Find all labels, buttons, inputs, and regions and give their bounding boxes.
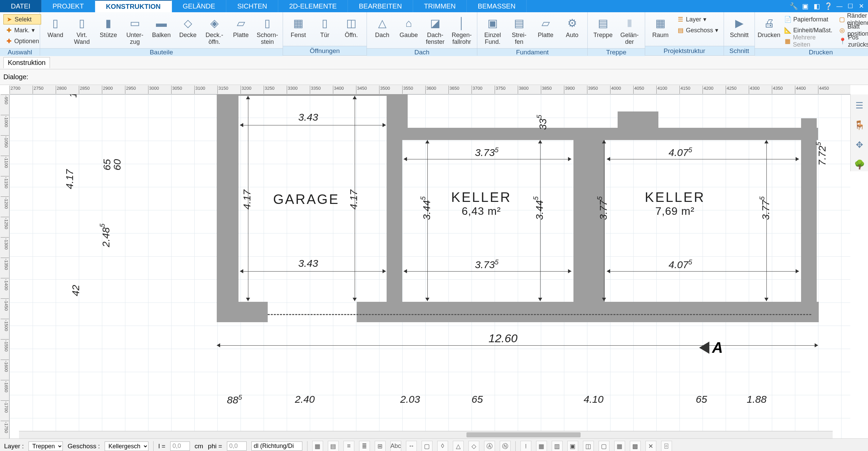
opt-icon[interactable]: ◇ xyxy=(468,441,479,451)
tool-treppe[interactable]: ▤Treppe xyxy=(590,14,616,40)
mark-button[interactable]: ✚Mark. ▾ xyxy=(3,25,41,35)
dim-240: 2.40 xyxy=(295,394,315,405)
menu-tab-trimmen[interactable]: TRIMMEN xyxy=(413,0,467,12)
opt-icon[interactable]: ▣ xyxy=(567,441,578,451)
mehrere-seiten-button[interactable]: ▦Mehrere Seiten xyxy=(782,36,834,46)
opt-icon[interactable]: ✕ xyxy=(645,441,656,451)
tool-icon: ⚙ xyxy=(564,15,580,31)
menu-tab-sichten[interactable]: SICHTEN xyxy=(226,0,278,12)
opt-icon[interactable]: ◊ xyxy=(437,441,448,451)
tool-icon: ⫴ xyxy=(621,15,638,31)
l-input[interactable] xyxy=(170,441,190,451)
tool-icon[interactable]: ▣ xyxy=(800,1,810,11)
drawing-canvas[interactable]: GARAGE KELLER 6,43 m² KELLER 7,69 m² 3.4… xyxy=(10,94,850,438)
opt-icon[interactable]: ▤ xyxy=(328,441,339,451)
opt-icon[interactable]: ⌻ xyxy=(661,441,672,451)
floor-plan: GARAGE KELLER 6,43 m² KELLER 7,69 m² 3.4… xyxy=(33,94,835,428)
tool-platte[interactable]: ▱Platte xyxy=(532,14,559,40)
opt-icon[interactable]: ▦ xyxy=(536,441,547,451)
phi-input[interactable] xyxy=(227,441,247,451)
tool-sttze[interactable]: ▮Stütze xyxy=(95,14,122,40)
tool-balken[interactable]: ▬Balken xyxy=(148,14,175,40)
selekt-button[interactable]: ➤Selekt xyxy=(3,14,41,24)
triangle-icon xyxy=(699,342,709,354)
tool-dachfenster[interactable]: ◪Dach- fenster xyxy=(422,14,448,47)
tool-regenfallrohr[interactable]: │Regen- fallrohr xyxy=(448,14,475,47)
side-tree-icon[interactable]: 🌳 xyxy=(853,158,866,171)
tool-unterzug[interactable]: ▭Unter- zug xyxy=(122,14,148,47)
opt-icon[interactable]: ≡ xyxy=(343,441,354,451)
dim-line xyxy=(766,140,767,301)
opt-icon[interactable]: ▩ xyxy=(630,441,641,451)
tool-icon[interactable]: ◧ xyxy=(812,1,822,11)
tool-platte[interactable]: ▱Platte xyxy=(228,14,254,40)
dim-410: 4.10 xyxy=(584,394,603,405)
opt-icon[interactable]: ▦ xyxy=(614,441,625,451)
opt-icon[interactable]: ⊞ xyxy=(375,441,386,451)
tool-auto[interactable]: ⚙Auto xyxy=(559,14,585,40)
ruler-horizontal[interactable]: 2700275028002850290029503000305031003150… xyxy=(10,85,850,94)
menu-tab-gelaende[interactable]: GELÄNDE xyxy=(172,0,227,12)
ruler-vertical[interactable]: -950-1000-1050-1100-1150-1200-1250-1300-… xyxy=(0,94,10,438)
menu-tab-bemassen[interactable]: BEMASSEN xyxy=(467,0,527,12)
schnitt-button[interactable]: ▶Schnitt xyxy=(726,14,752,40)
optionen-button[interactable]: ✚Optionen xyxy=(3,36,41,46)
tool-decke[interactable]: ◇Decke xyxy=(175,14,201,40)
help-icon[interactable]: ❔ xyxy=(823,1,833,11)
geschoss-label: Geschoss : xyxy=(68,443,100,450)
opt-icon[interactable]: ⁞ xyxy=(520,441,531,451)
tool-tr[interactable]: ▯Tür xyxy=(312,14,338,40)
layer-dropdown[interactable]: ☰Layer ▾ xyxy=(675,14,720,24)
dim-line xyxy=(607,271,799,272)
menu-tab-projekt[interactable]: PROJEKT xyxy=(41,0,95,12)
tool-icon[interactable]: 🔧 xyxy=(789,1,799,11)
tool-icon: ▮ xyxy=(100,15,117,31)
opt-icon[interactable]: Ⓐ xyxy=(484,441,495,451)
opt-icon[interactable]: ▦ xyxy=(312,441,323,451)
menu-tab-bearbeiten[interactable]: BEARBEITEN xyxy=(348,0,413,12)
menu-tab-konstruktion[interactable]: KONSTRUKTION xyxy=(95,0,172,12)
minimize-button[interactable]: — xyxy=(835,1,844,11)
side-nav-icon[interactable]: ✥ xyxy=(853,138,866,152)
dim-line xyxy=(540,140,541,301)
horizontal-scrollbar[interactable] xyxy=(19,431,833,438)
side-layers-icon[interactable]: ☰ xyxy=(853,99,866,112)
tool-virtwand[interactable]: ▯Virt. Wand xyxy=(69,14,95,47)
tool-wand[interactable]: ▯Wand xyxy=(42,14,69,40)
opt-icon[interactable]: △ xyxy=(453,441,464,451)
opt-icon[interactable]: ▢ xyxy=(599,441,609,451)
opt-icon[interactable]: ≣ xyxy=(359,441,370,451)
opt-icon[interactable]: ▥ xyxy=(552,441,563,451)
target-icon: ◎ xyxy=(839,27,845,34)
opt-icon[interactable]: Abc xyxy=(390,441,401,451)
pos-button[interactable]: 📍Pos zurücksetz. xyxy=(837,36,868,46)
opt-icon[interactable]: Ⓝ xyxy=(500,441,511,451)
opt-icon[interactable]: ↔ xyxy=(406,441,417,451)
menu-tab-2delemente[interactable]: 2D-ELEMENTE xyxy=(278,0,348,12)
papierformat-button[interactable]: 📄Papierformat xyxy=(782,14,834,24)
drucken-button[interactable]: 🖨Drucken xyxy=(757,14,781,40)
geschoss-dropdown[interactable]: ▤Geschoss ▾ xyxy=(675,25,720,35)
tool-deckffn[interactable]: ◈Deck.- öffn. xyxy=(201,14,228,47)
layer-select[interactable]: Treppen xyxy=(29,441,63,451)
side-chair-icon[interactable]: 🪑 xyxy=(853,118,866,132)
subtab-konstruktion[interactable]: Konstruktion xyxy=(3,57,50,68)
tool-dach[interactable]: △Dach xyxy=(369,14,395,40)
tool-ffn[interactable]: ◫Öffn. xyxy=(338,14,365,40)
tool-einzelfund[interactable]: ▣Einzel Fund. xyxy=(479,14,506,47)
tool-gelnder[interactable]: ⫴Gelän- der xyxy=(616,14,643,47)
dim-3445-r: 3.445 xyxy=(532,196,545,220)
raum-button[interactable]: ▦Raum xyxy=(647,14,674,40)
close-button[interactable]: ✕ xyxy=(856,1,866,11)
tool-gaube[interactable]: ⌂Gaube xyxy=(395,14,422,40)
tool-schornstein[interactable]: ▯Schorn- stein xyxy=(254,14,281,47)
tool-streifen[interactable]: ▤Strei- fen xyxy=(506,14,532,47)
opt-icon[interactable]: ◫ xyxy=(583,441,594,451)
opt-icon[interactable]: ▢ xyxy=(422,441,432,451)
tool-fenst[interactable]: ▦Fenst xyxy=(285,14,312,40)
maximize-button[interactable]: ☐ xyxy=(846,1,855,11)
menu-file[interactable]: DATEI xyxy=(0,0,41,12)
dir-input[interactable] xyxy=(251,441,302,451)
geschoss-select[interactable]: Kellergesch xyxy=(105,441,148,451)
dim-42: 42 xyxy=(70,285,82,296)
